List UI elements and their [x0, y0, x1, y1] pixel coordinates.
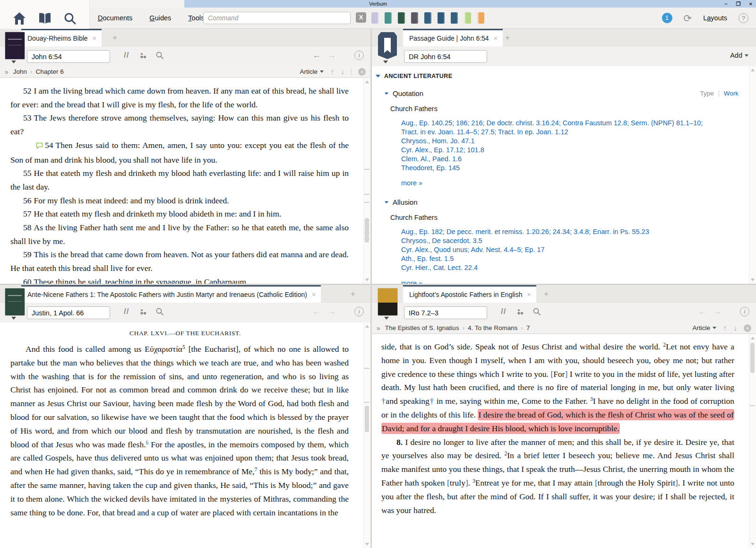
scrollbar[interactable] [749, 66, 756, 284]
layouts-menu[interactable]: Layouts [703, 14, 727, 22]
next-article-icon[interactable]: ↓ [733, 324, 737, 332]
previous-article-icon[interactable]: ↑ [723, 324, 727, 332]
subsection-allusion[interactable]: Allusion [384, 198, 744, 206]
visual-filters-icon[interactable] [140, 308, 147, 317]
anf-cover-thumbnail[interactable] [5, 288, 25, 315]
info-icon[interactable]: i [354, 51, 364, 60]
breadcrumb-section[interactable]: 7 [526, 324, 530, 331]
new-tab-icon[interactable]: + [112, 33, 117, 43]
tab-close-icon[interactable]: × [494, 35, 498, 42]
tab-passage-guide[interactable]: Passage Guide | John 6:54 × [403, 29, 503, 46]
back-arrow-icon[interactable]: ← [698, 307, 707, 316]
scroll-up-icon[interactable] [751, 69, 755, 71]
breadcrumb-book[interactable]: John [13, 68, 27, 75]
new-tab-icon[interactable]: + [544, 289, 549, 299]
sort-by-work-toggle[interactable]: Work [719, 90, 739, 97]
tab-douay-rheims-bible[interactable]: Douay-Rheims Bible × [21, 29, 102, 46]
collapse-triangle-icon[interactable] [385, 201, 389, 203]
new-tab-icon[interactable]: + [505, 33, 510, 43]
menu-documents[interactable]: Documents [98, 14, 132, 22]
inline-search-icon[interactable] [156, 52, 163, 61]
clear-command-button[interactable]: X [356, 12, 366, 23]
article-dropdown[interactable]: Article [300, 68, 324, 75]
locator-expand-icon[interactable]: » [377, 324, 380, 332]
scroll-down-icon[interactable] [751, 543, 755, 546]
sort-by-type-toggle[interactable]: Type [700, 90, 718, 97]
scrollbar[interactable] [749, 334, 756, 548]
book-shortcut-icon[interactable] [438, 12, 445, 24]
reference-link-line[interactable]: Ath., Ep. fest. 1.5 [401, 254, 716, 263]
scroll-thumb[interactable] [365, 406, 369, 432]
tab-close-icon[interactable]: × [93, 35, 96, 42]
inline-search-icon[interactable] [533, 308, 541, 317]
command-input[interactable] [203, 12, 351, 24]
scrollbar[interactable] [363, 78, 370, 284]
scroll-up-icon[interactable] [365, 80, 369, 83]
more-link[interactable]: more » [401, 279, 744, 284]
menu-tools[interactable]: Tools [188, 14, 204, 22]
previous-article-icon[interactable]: ↑ [330, 68, 334, 76]
subsection-quotation[interactable]: Quotation Type Work [384, 89, 744, 97]
back-arrow-icon[interactable]: ← [312, 307, 321, 316]
add-section-dropdown[interactable]: Add [730, 52, 748, 59]
reference-link-line[interactable]: Chrysos., Hom. Jo. 47.1 [401, 137, 716, 146]
search-icon[interactable] [63, 11, 77, 26]
reference-link-line[interactable]: Cyr. Alex., Quod unus; Adv. Nest. 4.4–5;… [401, 245, 716, 254]
parallel-resources-icon[interactable]: // [501, 307, 506, 316]
tab-close-icon[interactable]: × [527, 291, 531, 298]
locator-expand-icon[interactable]: » [5, 68, 9, 76]
tab-ante-nicene-fathers[interactable]: Ante-Nicene Fathers 1: The Apostolic Fat… [21, 285, 321, 303]
more-link[interactable]: more » [401, 179, 744, 187]
breadcrumb-chapter[interactable]: Chapter 6 [35, 68, 63, 75]
close-locator-icon[interactable]: × [358, 68, 366, 76]
scroll-thumb[interactable] [365, 218, 369, 243]
cover-dropdown-icon[interactable] [11, 61, 16, 63]
passage-guide-icon[interactable] [378, 32, 399, 59]
scroll-up-icon[interactable] [751, 337, 755, 339]
scroll-thumb[interactable] [750, 343, 755, 373]
tab-lightfoot[interactable]: Lightfoot’s Apostolic Fathers in English… [403, 285, 536, 303]
article-dropdown[interactable]: Article [692, 324, 716, 331]
tab-close-icon[interactable]: × [312, 291, 316, 298]
parallel-resources-icon[interactable]: // [124, 307, 129, 316]
reference-link-line[interactable]: Cyr. Alex., Ep. 17.12; 101.8 [401, 146, 716, 155]
parallel-resources-icon[interactable]: // [124, 51, 129, 60]
book-shortcut-icon[interactable] [477, 12, 484, 24]
notification-badge[interactable]: 1 [662, 13, 672, 23]
info-icon[interactable]: i [354, 307, 364, 316]
book-shortcut-icon[interactable] [424, 12, 431, 24]
bible-cover-thumbnail[interactable] [5, 32, 25, 59]
new-tab-icon[interactable]: + [351, 289, 355, 299]
close-locator-icon[interactable]: × [744, 324, 751, 332]
book-shortcut-icon[interactable] [398, 12, 405, 24]
collapse-triangle-icon[interactable] [376, 75, 380, 78]
reference-link-line[interactable]: Aug., Ep. 182; De pecc. merit. et remiss… [401, 227, 716, 236]
book-shortcut-icon[interactable] [451, 12, 458, 24]
info-icon[interactable]: i [740, 307, 749, 316]
book-shortcut-icon[interactable] [385, 12, 392, 24]
sync-icon[interactable]: ⟳ [684, 13, 692, 23]
scroll-down-icon[interactable] [751, 278, 755, 281]
reference-link-line[interactable]: Aug., Ep. 140.25; 186; 216; De doctr. ch… [401, 119, 716, 137]
close-button[interactable]: × [749, 0, 752, 8]
reference-link-line[interactable]: Chrysos., De sacerdot. 3.5 [401, 236, 716, 245]
visual-filters-icon[interactable] [517, 308, 524, 317]
breadcrumb-letter[interactable]: 4. To the Romans [468, 324, 518, 331]
guide-reference-input[interactable] [404, 50, 487, 63]
breadcrumb-work[interactable]: The Epistles of S. Ignatius [385, 324, 459, 331]
note-icon[interactable] [23, 139, 43, 153]
back-arrow-icon[interactable]: ← [312, 51, 321, 60]
reference-link-line[interactable]: Clem. Al., Paed. 1.6 [401, 155, 716, 164]
minimize-button[interactable]: – [725, 0, 728, 8]
reference-link-line[interactable]: Cyr. Hier., Cat. Lect. 22.4 [401, 263, 716, 272]
library-icon[interactable] [38, 11, 52, 26]
cover-dropdown-icon[interactable] [11, 317, 16, 320]
visual-filters-icon[interactable] [140, 52, 147, 61]
collapse-triangle-icon[interactable] [385, 92, 389, 95]
inline-search-icon[interactable] [156, 308, 163, 317]
lightfoot-reference-input[interactable] [404, 306, 487, 319]
cover-dropdown-icon[interactable] [383, 61, 388, 63]
scroll-up-icon[interactable] [365, 325, 369, 328]
scrollbar[interactable] [363, 322, 370, 548]
forward-arrow-icon[interactable]: → [327, 51, 336, 60]
